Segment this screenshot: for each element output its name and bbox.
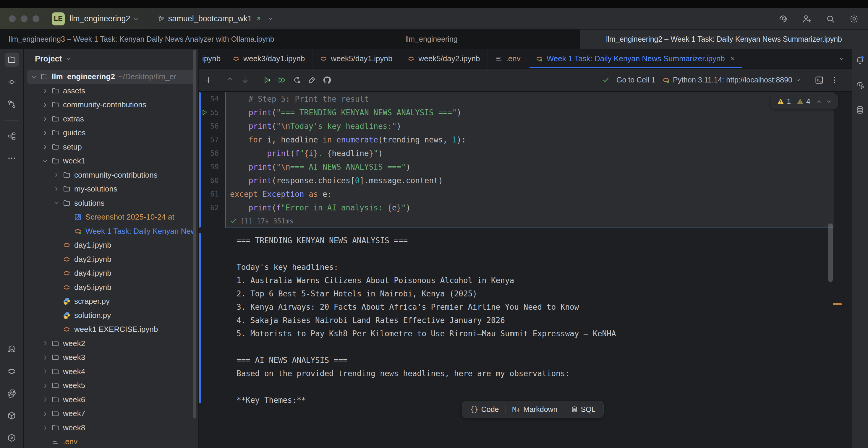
file-type-icon bbox=[495, 55, 503, 62]
python-packages-icon bbox=[7, 411, 16, 420]
project-widget[interactable]: llm_engineering2 bbox=[69, 14, 130, 23]
tree-item-label: solutions bbox=[74, 199, 105, 208]
tree-item[interactable]: day5.ipynb bbox=[27, 281, 194, 295]
project-tree-scrollbar[interactable] bbox=[193, 50, 196, 418]
line-number: 60 bbox=[199, 174, 225, 187]
tree-item-label: scraper.py bbox=[74, 297, 110, 306]
tool-window-button-pull-requests[interactable] bbox=[5, 97, 19, 111]
move-cell-up-button[interactable] bbox=[225, 76, 235, 85]
tree-item[interactable]: solutions bbox=[27, 196, 194, 211]
jupyter-icon bbox=[63, 325, 71, 333]
tool-window-button-project[interactable] bbox=[5, 53, 19, 67]
tree-item[interactable]: week3 bbox=[27, 350, 194, 365]
tool-window-button-hugging-face[interactable] bbox=[5, 342, 19, 356]
jupyter-console-icon[interactable] bbox=[814, 75, 824, 85]
tree-item-label: week8 bbox=[63, 423, 85, 433]
tool-window-button-python-packages[interactable] bbox=[5, 408, 19, 423]
code-cell-frame[interactable]: # Step 5: Print the result print("=== TR… bbox=[225, 92, 833, 228]
folder-icon bbox=[52, 396, 59, 404]
add-code-cell-button[interactable]: {}Code bbox=[464, 401, 505, 418]
tree-item[interactable]: extras bbox=[27, 112, 194, 126]
tool-window-button-ai-assistant[interactable] bbox=[853, 78, 867, 92]
tool-window-button-services[interactable] bbox=[5, 430, 19, 445]
tree-item[interactable]: week8 bbox=[27, 421, 194, 435]
editor-scrollbar-thumb[interactable] bbox=[828, 223, 833, 282]
tool-window-button-database[interactable] bbox=[853, 103, 867, 117]
run-cell-gutter-icon[interactable] bbox=[200, 108, 209, 117]
project-panel-header[interactable]: Project bbox=[24, 49, 198, 69]
tree-item[interactable]: scraper.py bbox=[27, 294, 194, 309]
kernel-selector[interactable]: Python 3.11.14: http://localhost:8890 bbox=[662, 76, 801, 84]
tree-item[interactable]: community-contributions bbox=[27, 98, 194, 112]
tool-window-button-structure[interactable] bbox=[5, 129, 19, 143]
project-panel: Project llm_engineering2~/Desktop/llm_er… bbox=[24, 49, 199, 448]
minimize-window-button[interactable] bbox=[21, 15, 28, 22]
tree-item[interactable]: week4 bbox=[27, 365, 194, 379]
inspections-widget[interactable]: 1 4 bbox=[771, 93, 838, 109]
more-options-icon[interactable] bbox=[831, 76, 839, 84]
window-tab[interactable]: llm_engineering bbox=[283, 30, 580, 49]
restart-kernel-button[interactable] bbox=[292, 76, 301, 85]
chevron-down-icon[interactable] bbox=[826, 98, 832, 105]
zoom-window-button[interactable] bbox=[33, 15, 39, 22]
tool-window-button-notifications[interactable] bbox=[853, 53, 867, 67]
jupyter-icon bbox=[63, 283, 71, 291]
close-icon[interactable] bbox=[730, 56, 736, 62]
editor-tab[interactable]: week5/day1.ipynb bbox=[312, 49, 400, 68]
tree-item[interactable]: .env bbox=[27, 435, 194, 448]
project-tree: llm_engineering2~/Desktop/llm_erassetsco… bbox=[24, 70, 198, 448]
tree-item[interactable]: setup bbox=[27, 140, 194, 154]
tool-window-button-more[interactable] bbox=[5, 151, 19, 165]
window-tab[interactable]: llm_engineering2 – Week 1 Task: Daily Ke… bbox=[580, 30, 868, 49]
add-markdown-cell-button[interactable]: M↓Markdown bbox=[505, 401, 564, 418]
github-icon[interactable] bbox=[322, 76, 332, 85]
hidden-tabs-dropdown[interactable] bbox=[838, 49, 852, 68]
tree-item[interactable]: Screenshot 2025-10-24 at bbox=[27, 210, 194, 224]
move-cell-down-button[interactable] bbox=[241, 76, 250, 85]
window-tab[interactable]: llm_engineering3 – Week 1 Task: Kenyan D… bbox=[0, 30, 283, 49]
run-cell-button[interactable] bbox=[262, 76, 271, 85]
tree-item[interactable]: guides bbox=[27, 126, 194, 140]
editor-tab[interactable]: ipynb bbox=[199, 49, 225, 68]
tree-item[interactable]: week2 bbox=[27, 337, 194, 351]
editor-gutter: 545556575859606162 bbox=[199, 92, 225, 228]
editor-tab[interactable]: .env bbox=[488, 49, 528, 68]
line-number: 55 bbox=[199, 106, 225, 119]
warning-triangle-icon bbox=[796, 98, 804, 105]
tree-item[interactable]: day4.ipynb bbox=[27, 266, 194, 281]
tree-item[interactable]: day2.ipynb bbox=[27, 252, 194, 266]
clear-outputs-button[interactable] bbox=[307, 76, 316, 85]
run-all-cells-button[interactable] bbox=[277, 76, 286, 85]
vcs-widget[interactable]: samuel_bootcamp_wk1 bbox=[157, 14, 274, 23]
editor-tab[interactable]: week3/day1.ipynb bbox=[225, 49, 312, 68]
tool-window-button-jupyter[interactable] bbox=[5, 364, 19, 378]
tree-item[interactable]: community-contributions bbox=[27, 168, 194, 182]
tool-window-button-python-console[interactable] bbox=[5, 386, 19, 401]
tree-item[interactable]: week1 EXERCISE.ipynb bbox=[27, 322, 194, 337]
tree-item[interactable]: day1.ipynb bbox=[27, 238, 194, 252]
editor-tab[interactable]: week5/day2.ipynb bbox=[400, 49, 488, 68]
tree-item[interactable]: solution.py bbox=[27, 309, 194, 323]
add-cell-button[interactable] bbox=[204, 76, 213, 85]
tree-item[interactable]: week7 bbox=[27, 407, 194, 421]
chevron-up-icon[interactable] bbox=[816, 98, 823, 105]
code-cell[interactable]: 545556575859606162 # Step 5: Print the r… bbox=[199, 92, 852, 228]
tool-window-button-commit[interactable] bbox=[5, 75, 19, 89]
tree-item[interactable]: assets bbox=[27, 84, 194, 98]
editor-tab[interactable]: Week 1 Task: Daily Kenyan News Summarize… bbox=[528, 49, 743, 68]
tree-item[interactable]: my-solutions bbox=[27, 182, 194, 196]
tree-item-label: Screenshot 2025-10-24 at bbox=[86, 213, 175, 222]
editor-tab-bar: ipynbweek3/day1.ipynbweek5/day1.ipynbwee… bbox=[199, 49, 852, 69]
close-window-button[interactable] bbox=[9, 15, 16, 22]
add-sql-cell-button[interactable]: SQL bbox=[564, 401, 602, 418]
tree-item[interactable]: llm_engineering2~/Desktop/llm_er bbox=[27, 70, 194, 84]
go-to-cell-button[interactable]: Go to Cell 1 bbox=[616, 76, 655, 84]
chevron-down-icon[interactable] bbox=[133, 15, 139, 22]
tree-item[interactable]: week1 bbox=[27, 154, 194, 168]
tree-item[interactable]: week6 bbox=[27, 393, 194, 407]
tree-item[interactable]: week5 bbox=[27, 379, 194, 393]
notifications-icon bbox=[855, 56, 865, 65]
macos-window-controls[interactable] bbox=[9, 15, 39, 22]
add-cell-label: Code bbox=[481, 405, 499, 414]
tree-item[interactable]: Week 1 Task: Daily Kenyan News Summarize… bbox=[27, 224, 194, 238]
